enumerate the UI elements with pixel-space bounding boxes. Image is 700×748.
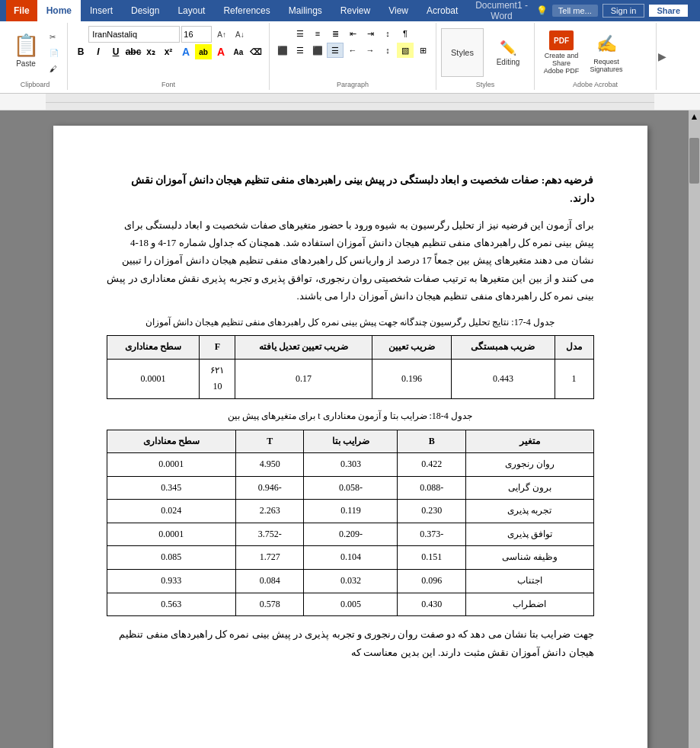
doc-title: Document1 - Word (467, 0, 535, 21)
ltr-button[interactable]: ← (344, 43, 361, 58)
shading-button[interactable]: ▧ (397, 43, 414, 58)
table2: متغیر B ضرایب بتا T سطح معناداری روان رن… (107, 430, 594, 617)
paragraph-3: ... (107, 669, 594, 686)
table2-col-t: T (236, 430, 304, 453)
justify-button[interactable]: ☰ (327, 43, 344, 58)
decrease-font-icon: A↓ (235, 30, 245, 39)
create-adobe-label: Create and Share Adobe PDF (543, 52, 580, 75)
strikethrough-button[interactable]: abc (125, 44, 142, 59)
editing-button[interactable]: ✏️ Editing (487, 28, 529, 77)
table2-caption: جدول 4-18: ضرایب بتا و آزمون معناداری t … (107, 408, 594, 425)
table2-col-sig: سطح معناداری (107, 430, 236, 453)
ribbon-groups: 📋 Paste ✂ 📄 🖌 Clipboard (3, 23, 697, 90)
decrease-indent-button[interactable]: ⇤ (344, 26, 361, 41)
scroll-up-button[interactable]: ▲ (689, 110, 699, 123)
table2-container: جدول 4-18: ضرایب بتا و آزمون معناداری t … (107, 408, 594, 616)
table-row: روان رنجوری 0.422 0.303 4.950 0.0001 (107, 453, 593, 477)
tab-insert[interactable]: Insert (81, 0, 122, 21)
font-case-button[interactable]: Aa (230, 44, 247, 59)
font-group: A↑ A↓ B I U abc x₂ x² A ab A Aa ⌫ Font (68, 23, 270, 90)
line-spacing-button[interactable]: ↕ (379, 43, 396, 58)
increase-indent-button[interactable]: ⇥ (362, 26, 379, 41)
numbering-button[interactable]: ≡ (309, 26, 326, 41)
tell-me-input[interactable]: Tell me... (552, 5, 598, 17)
copy-button[interactable]: 📄 (46, 45, 62, 60)
table-row: اضطراب 0.430 0.005 0.578 0.563 (107, 593, 593, 616)
table2-col-beta: ضرایب بتا (304, 430, 398, 453)
subscript-button[interactable]: x₂ (142, 44, 159, 59)
tab-mailings[interactable]: Mailings (280, 0, 331, 21)
paragraph-1: برای آزمون این فرضیه نیز از تحلیل رگرسیو… (107, 216, 594, 305)
editing-icon: ✏️ (500, 40, 516, 56)
styles-group: Styles ✏️ Editing Styles (436, 23, 535, 90)
decrease-font-button[interactable]: A↓ (232, 27, 248, 42)
bullets-button[interactable]: ☰ (292, 26, 308, 41)
styles-preview-text: Styles (451, 48, 474, 57)
create-adobe-button[interactable]: PDF Create and Share Adobe PDF (539, 28, 583, 77)
tab-references[interactable]: References (214, 0, 279, 21)
table-row: برون گرایی -0.088 -0.058 -0.946 0.345 (107, 476, 593, 500)
table2-col-b: B (398, 430, 465, 453)
clear-format-button[interactable]: ⌫ (248, 44, 264, 59)
text-highlight-button[interactable]: ab (195, 44, 212, 59)
clipboard-group: 📋 Paste ✂ 📄 🖌 Clipboard (3, 23, 68, 90)
borders-button[interactable]: ⊞ (414, 43, 431, 58)
table2-col-var: متغیر (465, 430, 593, 453)
align-right-button[interactable]: ⬛ (309, 43, 326, 58)
format-painter-button[interactable]: 🖌 (46, 61, 62, 76)
adobe-pdf-icon: PDF (549, 30, 574, 50)
ruler (0, 94, 700, 110)
hypothesis-title: فرضیه دهم: صفات شخصیت و ابعاد دلبستگی در… (107, 171, 594, 209)
rtl-button[interactable]: → (362, 43, 379, 58)
editing-label: Editing (497, 58, 520, 66)
ribbon-scroll-right[interactable]: ▶ (657, 23, 668, 90)
scrollbar-thumb[interactable] (689, 138, 699, 184)
font-name-input[interactable] (88, 26, 180, 43)
multilevel-list-button[interactable]: ≣ (327, 26, 344, 41)
cut-button[interactable]: ✂ (46, 29, 62, 44)
styles-button[interactable]: Styles (441, 28, 484, 77)
italic-button[interactable]: I (90, 44, 107, 59)
table1: مدل ضریب همبستگی ضریب تعیین ضریب تعیین ت… (107, 335, 594, 399)
paste-button[interactable]: 📋 Paste (8, 26, 44, 75)
share-button[interactable]: Share (649, 5, 688, 17)
sign-in-button[interactable]: Sign in (603, 4, 645, 18)
title-bar: File Home Insert Design Layout Reference… (0, 0, 700, 21)
font-size-input[interactable] (181, 26, 212, 43)
vertical-scrollbar[interactable]: ▲ ▼ (689, 110, 700, 748)
tab-layout[interactable]: Layout (168, 0, 214, 21)
paste-icon: 📋 (14, 34, 38, 58)
bold-button[interactable]: B (72, 44, 89, 59)
table1-col-model: مدل (555, 336, 593, 360)
tab-acrobat[interactable]: Acrobat (417, 0, 467, 21)
text-effect-button[interactable]: A (177, 44, 194, 59)
align-center-button[interactable]: ☰ (292, 43, 308, 58)
sort-button[interactable]: ↕ (379, 26, 396, 41)
cut-icon: ✂ (50, 33, 56, 41)
table-row: وظیفه شناسی 0.151 0.104 1.727 0.085 (107, 546, 593, 570)
paragraph-2: جهت ضرایب بتا نشان می دهد که دو صفت روان… (107, 625, 594, 661)
table-row: توافق پذیری -0.373 -0.209 -3.752 0.0001 (107, 523, 593, 546)
paragraph-group: ☰ ≡ ≣ ⇤ ⇥ ↕ ¶ ⬛ ☰ ⬛ ☰ ← → ↕ ▧ ⊞ (270, 23, 436, 90)
tab-view[interactable]: View (379, 0, 417, 21)
request-signatures-label: Request Signatures (590, 58, 622, 73)
file-button[interactable]: File (6, 0, 37, 21)
align-left-button[interactable]: ⬛ (274, 43, 291, 58)
tab-design[interactable]: Design (122, 0, 168, 21)
table1-caption: جدول 4-17: نتایج تحلیل رگرسیون چندگانه ج… (107, 315, 594, 331)
show-formatting-button[interactable]: ¶ (397, 26, 414, 41)
tab-review[interactable]: Review (331, 0, 379, 21)
increase-font-button[interactable]: A↑ (213, 27, 230, 42)
content: فرضیه دهم: صفات شخصیت و ابعاد دلبستگی در… (107, 171, 594, 686)
tab-home[interactable]: Home (37, 0, 81, 21)
request-signatures-button[interactable]: ✍️ Request Signatures (587, 28, 626, 77)
tell-me-icon: 💡 (536, 5, 548, 16)
copy-icon: 📄 (50, 49, 59, 57)
ribbon: 📋 Paste ✂ 📄 🖌 Clipboard (0, 21, 700, 94)
page: فرضیه دهم: صفات شخصیت و ابعاد دلبستگی در… (53, 126, 647, 748)
table1-col-r2: ضریب تعیین (372, 336, 451, 360)
table1-col-f: F (200, 336, 235, 360)
superscript-button[interactable]: x² (160, 44, 177, 59)
underline-button[interactable]: U (107, 44, 124, 59)
font-color-button[interactable]: A (213, 44, 229, 59)
